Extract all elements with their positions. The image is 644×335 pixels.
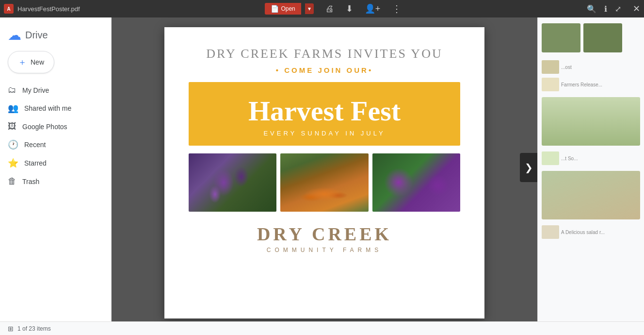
starred-icon: ⭐	[8, 158, 18, 168]
sidebar-item-recent[interactable]: 🕐 Recent	[0, 135, 103, 154]
pdf-banner-subtitle: EVERY SUNDAY IN JULY	[198, 130, 451, 137]
preview-thumb-3	[542, 60, 559, 74]
filename-label: HarvestFestPoster.pdf	[17, 5, 80, 13]
preview-large-thumb	[542, 97, 640, 146]
right-panel: ...ost Farmers Release... ...t So... A D…	[537, 17, 644, 321]
toolbar-right: 🔍 ℹ ⤢ ✕	[587, 3, 640, 14]
pdf-icon: 📄	[271, 5, 279, 13]
preview-thumb-6	[542, 225, 559, 239]
grid-view-icon[interactable]: ⊞	[8, 325, 14, 333]
shared-icon: 👥	[8, 103, 18, 114]
preview-label-3: ...t So...	[561, 156, 578, 161]
open-button[interactable]: 📄 Open	[265, 3, 301, 15]
new-button[interactable]: ＋ New	[8, 51, 54, 73]
drive-logo-icon: ☁	[8, 27, 21, 43]
preview-item-2[interactable]: Farmers Release...	[540, 76, 642, 93]
sidebar-item-photos[interactable]: 🖼 Google Photos	[0, 117, 103, 135]
sidebar-item-my-drive[interactable]: 🗂 My Drive	[0, 81, 103, 99]
trash-icon: 🗑	[8, 176, 16, 186]
toolbar-center: 📄 Open ▾ 🖨 ⬇ 👤+ ⋮	[84, 3, 583, 15]
download-button[interactable]: ⬇	[346, 3, 353, 14]
more-button[interactable]: ⋮	[392, 3, 402, 15]
plus-icon: ＋	[18, 56, 27, 68]
pdf-photos	[189, 153, 460, 212]
share-button[interactable]: 👤+	[365, 3, 381, 14]
preview-row-1	[540, 21, 642, 54]
preview-thumb-1	[542, 23, 580, 52]
pdf-farm-name: DRY CREEK	[189, 223, 460, 245]
app-logo: A	[4, 4, 14, 14]
pdf-photo-kale	[189, 153, 276, 212]
pdf-photo-carrots	[280, 153, 368, 212]
pdf-photo-broccoli	[372, 153, 460, 212]
popout-button[interactable]: ⤢	[615, 4, 621, 14]
recent-icon: 🕐	[8, 139, 18, 150]
preview-label-2: Farmers Release...	[561, 82, 602, 87]
pdf-farm-sub: COMMUNITY FARMS	[189, 247, 460, 253]
pdf-main-title: DRY CREEK FARMS INVITES YOU	[189, 47, 460, 61]
pdf-subtitle: COME JOIN OUR	[189, 66, 460, 74]
folder-icon: 🗂	[8, 85, 16, 95]
item-count: 1 of 23 items	[17, 325, 51, 332]
pdf-banner-title: Harvest Fest	[198, 96, 451, 127]
preview-item-1[interactable]: ...ost	[540, 58, 642, 76]
preview-green-bg	[542, 97, 640, 146]
close-button[interactable]: ✕	[633, 3, 640, 14]
zoom-in-button[interactable]: 🔍	[587, 4, 596, 14]
preview-large-thumb-2	[542, 171, 640, 219]
preview-thumb-2	[583, 23, 622, 52]
sidebar: ☁ Drive ＋ New 🗂 My Drive 👥 Shared with m…	[0, 17, 112, 335]
top-bar: A HarvestFestPoster.pdf 📄 Open ▾ 🖨 ⬇ 👤+ …	[0, 0, 644, 17]
next-page-button[interactable]: ❯	[520, 153, 537, 182]
sidebar-item-shared[interactable]: 👥 Shared with me	[0, 99, 103, 117]
preview-label-1: ...ost	[561, 65, 572, 70]
preview-item-4[interactable]: A Delicious salad r...	[540, 223, 642, 241]
sidebar-logo: ☁ Drive	[0, 23, 111, 51]
pdf-page: DRY CREEK FARMS INVITES YOU COME JOIN OU…	[164, 27, 484, 318]
preview-item-3[interactable]: ...t So...	[540, 150, 642, 167]
pdf-banner: Harvest Fest EVERY SUNDAY IN JULY	[189, 82, 460, 146]
status-bar: ⊞ 1 of 23 items	[0, 321, 644, 335]
drive-logo-text: Drive	[25, 30, 48, 41]
pdf-viewer: DRY CREEK FARMS INVITES YOU COME JOIN OU…	[112, 17, 537, 335]
preview-thumb-5	[542, 151, 559, 165]
info-button[interactable]: ℹ	[604, 4, 607, 14]
sidebar-item-trash[interactable]: 🗑 Trash	[0, 172, 103, 190]
sidebar-item-starred[interactable]: ⭐ Starred	[0, 154, 103, 172]
open-dropdown-button[interactable]: ▾	[305, 3, 314, 14]
preview-label-4: A Delicious salad r...	[561, 230, 605, 235]
print-button[interactable]: 🖨	[325, 4, 334, 14]
preview-thumb-4	[542, 78, 559, 91]
photos-icon: 🖼	[8, 121, 16, 132]
